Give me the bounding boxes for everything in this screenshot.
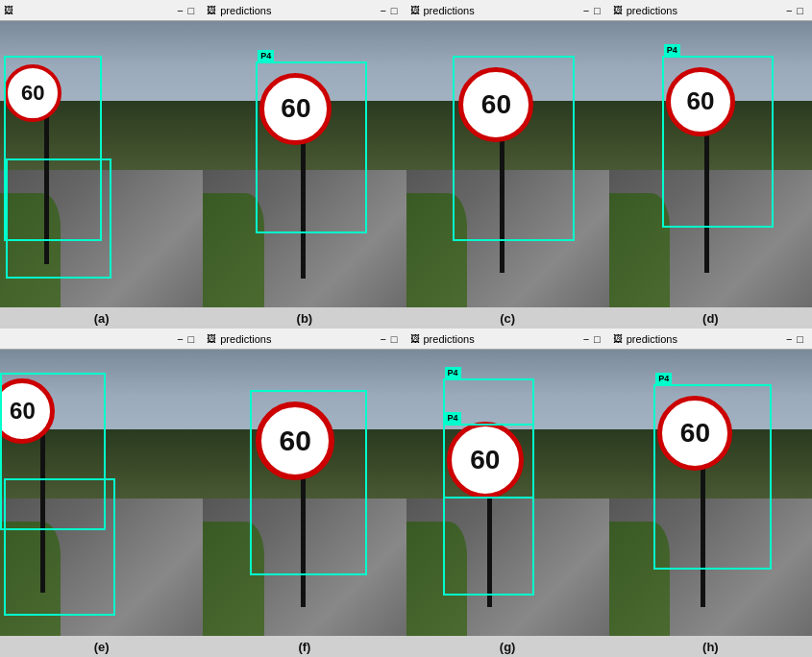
detection-label-h: P4 — [655, 373, 672, 384]
caption-a: (a) — [0, 307, 203, 328]
panel-c: 🖼 predictions − □ 60 (c) — [406, 0, 609, 328]
detection-label-d: P4 — [664, 44, 680, 56]
minimize-a[interactable]: − — [177, 5, 183, 16]
minimize-e[interactable]: − — [177, 333, 183, 345]
panel-e: − □ 60 (e) — [0, 328, 203, 657]
detection-box-b: P4 — [256, 61, 367, 233]
image-b: 60 P4 — [203, 21, 406, 307]
panel-h: 🖼 predictions − □ 60 P4 (h) — [609, 328, 812, 657]
maximize-b[interactable]: □ — [391, 5, 398, 16]
window-icon-h: 🖼 — [613, 333, 623, 344]
window-icon-g: 🖼 — [410, 333, 420, 344]
image-h: 60 P4 — [609, 350, 812, 636]
panel-a: 🖼 − □ 60 (a) — [0, 0, 203, 328]
title-g: predictions — [424, 333, 583, 345]
maximize-f[interactable]: □ — [391, 333, 398, 345]
caption-c: (c) — [406, 307, 609, 328]
title-d: predictions — [627, 5, 786, 16]
minimize-b[interactable]: − — [380, 5, 385, 16]
detection-box-a2 — [6, 158, 111, 279]
detection-box-e2 — [4, 478, 115, 616]
main-grid: 🖼 − □ 60 (a) 🖼 predictions − □ — [0, 0, 812, 657]
titlebar-c: 🖼 predictions − □ — [406, 0, 609, 21]
maximize-d[interactable]: □ — [797, 5, 803, 16]
window-icon-b: 🖼 — [207, 5, 216, 15]
panel-f: 🖼 predictions − □ 60 (f) — [203, 328, 406, 657]
detection-box-d: P4 — [662, 56, 774, 228]
panel-b: 🖼 predictions − □ 60 P4 (b) — [203, 0, 406, 328]
caption-h: (h) — [609, 636, 812, 657]
window-icon-d: 🖼 — [613, 5, 623, 15]
grass-d — [609, 193, 670, 307]
image-d: 60 P4 — [609, 21, 812, 307]
detection-box-h: P4 — [653, 384, 772, 571]
minimize-c[interactable]: − — [583, 5, 589, 16]
titlebar-a: 🖼 − □ — [0, 0, 203, 21]
image-g: 60 P4 P4 — [406, 350, 609, 636]
title-h: predictions — [627, 333, 786, 345]
maximize-h[interactable]: □ — [797, 333, 803, 345]
window-icon-f: 🖼 — [207, 333, 216, 344]
detection-box-c — [453, 56, 575, 242]
panel-g: 🖼 predictions − □ 60 P4 P4 (g) — [406, 328, 609, 657]
window-icon-a: 🖼 — [4, 5, 13, 15]
maximize-a[interactable]: □ — [188, 5, 195, 16]
caption-b: (b) — [203, 307, 406, 328]
maximize-e[interactable]: □ — [188, 333, 195, 345]
detection-box-g2: P4 — [443, 424, 534, 596]
detection-box-f — [250, 390, 368, 576]
grass-b — [203, 193, 263, 307]
titlebar-b: 🖼 predictions − □ — [203, 0, 406, 21]
image-f: 60 — [203, 350, 406, 636]
minimize-h[interactable]: − — [786, 333, 792, 345]
minimize-d[interactable]: − — [786, 5, 792, 16]
title-f: predictions — [220, 333, 380, 345]
titlebar-g: 🖼 predictions − □ — [406, 328, 609, 350]
titlebar-h: 🖼 predictions − □ — [609, 328, 812, 350]
image-e: 60 — [0, 350, 203, 636]
maximize-g[interactable]: □ — [594, 333, 601, 345]
title-b: predictions — [220, 5, 380, 16]
title-c: predictions — [424, 5, 583, 16]
caption-e: (e) — [0, 636, 203, 657]
maximize-c[interactable]: □ — [594, 5, 601, 16]
minimize-f[interactable]: − — [380, 333, 385, 345]
titlebar-e: − □ — [0, 328, 203, 350]
detection-label-b: P4 — [258, 50, 274, 61]
detection-label-g2: P4 — [445, 412, 461, 424]
caption-d: (d) — [609, 307, 812, 328]
image-c: 60 — [406, 21, 609, 307]
detection-label-g1: P4 — [445, 367, 461, 378]
caption-f: (f) — [203, 636, 406, 657]
panel-d: 🖼 predictions − □ 60 P4 (d) — [609, 0, 812, 328]
minimize-g[interactable]: − — [583, 333, 589, 345]
window-icon-c: 🖼 — [410, 5, 420, 15]
titlebar-d: 🖼 predictions − □ — [609, 0, 812, 21]
image-a: 60 — [0, 21, 203, 307]
caption-g: (g) — [406, 636, 609, 657]
titlebar-f: 🖼 predictions − □ — [203, 328, 406, 350]
